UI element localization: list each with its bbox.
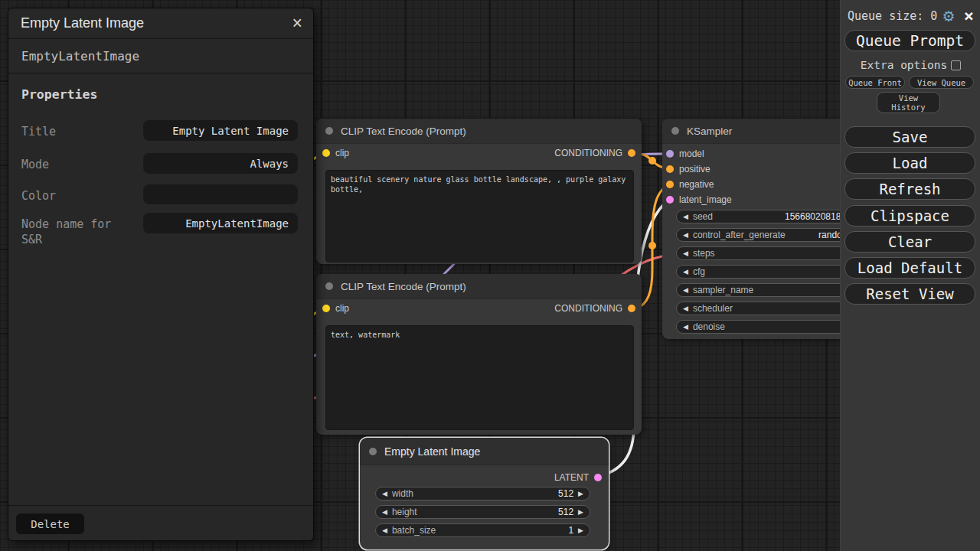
- mode-field[interactable]: Always: [143, 153, 298, 174]
- widget-name: denoise: [693, 321, 725, 332]
- close-icon[interactable]: ×: [292, 15, 302, 32]
- node-status-dot: [325, 282, 333, 290]
- property-label: Title: [21, 124, 136, 139]
- node-title-bar[interactable]: CLIP Text Encode (Prompt): [316, 274, 642, 299]
- decrement-arrow-icon[interactable]: ◀: [683, 250, 688, 257]
- negative-input-port[interactable]: [666, 181, 674, 188]
- node-name-field[interactable]: EmptyLatentImage: [143, 213, 298, 233]
- widget-value[interactable]: 1: [436, 525, 573, 536]
- load-button[interactable]: Load: [844, 152, 975, 174]
- node-title-bar[interactable]: CLIP Text Encode (Prompt): [316, 119, 642, 144]
- input-label: negative: [679, 179, 714, 190]
- clear-button[interactable]: Clear: [844, 231, 975, 253]
- node-clip-text-encode-positive[interactable]: CLIP Text Encode (Prompt) clip CONDITION…: [316, 119, 642, 264]
- queue-front-button[interactable]: Queue Front: [845, 76, 905, 89]
- reset-view-button[interactable]: Reset View: [844, 283, 975, 305]
- color-field[interactable]: [143, 184, 298, 204]
- view-queue-button[interactable]: View Queue: [909, 76, 974, 89]
- decrement-arrow-icon[interactable]: ◀: [683, 287, 688, 294]
- clipspace-button[interactable]: Clipspace: [844, 205, 975, 227]
- increment-arrow-icon[interactable]: ▶: [578, 491, 583, 497]
- node-type-label: EmptyLatentImage: [8, 39, 313, 73]
- gear-icon[interactable]: ⚙: [942, 9, 955, 24]
- increment-arrow-icon[interactable]: ▶: [578, 509, 583, 516]
- decrement-arrow-icon[interactable]: ◀: [683, 269, 688, 276]
- clip-input-port[interactable]: [322, 149, 330, 157]
- node-title-bar[interactable]: Empty Latent Image: [360, 438, 609, 465]
- widget-name: seed: [693, 211, 713, 222]
- load-default-button[interactable]: Load Default: [844, 257, 975, 279]
- increment-arrow-icon[interactable]: ▶: [578, 527, 583, 534]
- latent-image-input-port[interactable]: [666, 196, 674, 204]
- node-status-dot: [369, 448, 377, 455]
- node-title: Empty Latent Image: [384, 445, 480, 458]
- view-history-line2: History: [891, 103, 925, 112]
- output-label: CONDITIONING: [554, 148, 622, 158]
- decrement-arrow-icon[interactable]: ◀: [683, 324, 688, 331]
- node-title: KSampler: [687, 126, 732, 137]
- dialog-title: Empty Latent Image: [21, 15, 292, 31]
- input-label: latent_image: [679, 194, 732, 205]
- decrement-arrow-icon[interactable]: ◀: [683, 214, 688, 220]
- input-label: positive: [679, 164, 710, 174]
- comfyui-menu-panel: Queue size: 0 ⚙ × Queue Prompt Extra opt…: [840, 0, 980, 551]
- prompt-textarea[interactable]: beautiful scenery nature glass bottle la…: [325, 170, 634, 262]
- divider: [8, 505, 313, 506]
- output-label: LATENT: [554, 472, 589, 483]
- widget-name: cfg: [693, 266, 705, 277]
- queue-size-label: Queue size: 0: [848, 9, 937, 23]
- delete-button[interactable]: Delete: [16, 514, 84, 534]
- refresh-button[interactable]: Refresh: [844, 178, 975, 200]
- extra-options-checkbox[interactable]: [951, 60, 961, 70]
- decrement-arrow-icon[interactable]: ◀: [382, 509, 387, 516]
- title-field[interactable]: Empty Latent Image: [143, 120, 298, 141]
- properties-section-title: Properties: [8, 73, 313, 102]
- save-button[interactable]: Save: [844, 126, 975, 148]
- node-properties-dialog: Empty Latent Image × EmptyLatentImage Pr…: [8, 8, 314, 541]
- input-label: clip: [335, 303, 349, 314]
- property-label: Node name for S&R: [21, 217, 136, 247]
- decrement-arrow-icon[interactable]: ◀: [683, 305, 688, 312]
- widget-name: sampler_name: [693, 285, 753, 295]
- property-label: Mode: [21, 157, 136, 172]
- decrement-arrow-icon[interactable]: ◀: [683, 232, 688, 239]
- input-label: model: [679, 148, 704, 159]
- node-clip-text-encode-negative[interactable]: CLIP Text Encode (Prompt) clip CONDITION…: [316, 274, 642, 435]
- widget-name: height: [392, 507, 417, 517]
- decrement-arrow-icon[interactable]: ◀: [382, 527, 387, 534]
- close-icon[interactable]: ×: [964, 8, 974, 24]
- widget-value[interactable]: 512: [417, 507, 573, 517]
- node-status-dot: [325, 127, 333, 135]
- property-row-node-name: Node name for S&R EmptyLatentImage: [21, 213, 298, 234]
- widget-name: scheduler: [693, 303, 733, 314]
- node-empty-latent-image[interactable]: Empty Latent Image LATENT ◀ width 512 ▶ …: [360, 438, 609, 549]
- property-row-color: Color: [21, 184, 298, 205]
- widget-value[interactable]: 156680208184920: [713, 211, 861, 222]
- extra-options-label: Extra options: [861, 59, 948, 71]
- model-input-port[interactable]: [666, 150, 674, 158]
- widget-name: steps: [693, 248, 715, 259]
- conditioning-output-port[interactable]: [628, 149, 635, 157]
- view-history-line1: View: [899, 93, 918, 103]
- height-widget[interactable]: ◀ height 512 ▶: [375, 505, 590, 519]
- widget-name: width: [392, 488, 413, 499]
- view-history-button[interactable]: View History: [877, 92, 940, 113]
- link-midpoint-dot: [648, 242, 656, 249]
- positive-input-port[interactable]: [666, 165, 674, 173]
- latent-output-port[interactable]: [594, 474, 602, 481]
- widget-value[interactable]: 512: [413, 488, 573, 499]
- link-midpoint-dot: [648, 157, 656, 165]
- decrement-arrow-icon[interactable]: ◀: [382, 491, 387, 497]
- property-row-title: Title Empty Latent Image: [21, 120, 298, 142]
- clip-input-port[interactable]: [322, 305, 330, 312]
- prompt-textarea[interactable]: text, watermark: [325, 325, 634, 430]
- queue-prompt-button[interactable]: Queue Prompt: [844, 30, 975, 51]
- conditioning-output-port[interactable]: [628, 305, 635, 312]
- property-label: Color: [21, 188, 136, 204]
- widget-name: batch_size: [392, 525, 436, 536]
- property-row-mode: Mode Always: [21, 153, 298, 174]
- batch-size-widget[interactable]: ◀ batch_size 1 ▶: [375, 523, 590, 537]
- output-label: CONDITIONING: [554, 303, 622, 314]
- node-title: CLIP Text Encode (Prompt): [341, 126, 466, 137]
- width-widget[interactable]: ◀ width 512 ▶: [375, 487, 590, 500]
